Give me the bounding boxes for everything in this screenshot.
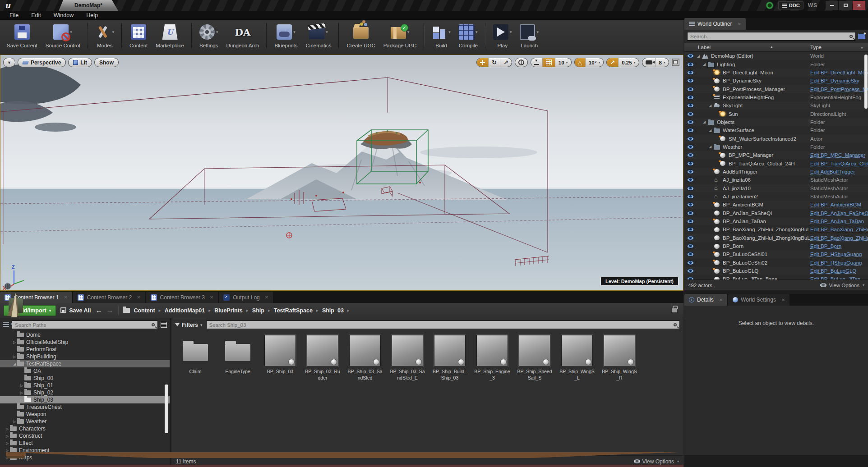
lit-mode-button[interactable]: Lit — [68, 58, 92, 67]
edit-blueprint-link[interactable]: Edit BP_DirectLight_Moon — [810, 70, 868, 75]
visibility-toggle[interactable] — [684, 178, 696, 182]
asset-tile[interactable]: BP_Ship_03 — [262, 335, 299, 381]
expander-icon[interactable]: ▷ — [12, 355, 17, 359]
edit-blueprint-link[interactable]: Edit BP_BaoXiang_ZhiHui — [810, 235, 868, 241]
expander-icon[interactable]: ◢ — [697, 54, 702, 58]
visibility-toggle[interactable] — [684, 277, 696, 279]
camera-speed-value[interactable]: 8▾ — [656, 58, 669, 67]
breadcrumb-item[interactable]: Ship_03 ▸ — [322, 307, 350, 314]
visibility-toggle[interactable] — [684, 78, 696, 83]
expander-icon[interactable]: ◢ — [709, 145, 714, 149]
outliner-search-input[interactable] — [690, 34, 847, 39]
edit-blueprint-link[interactable]: Edit BP_HShuaGuang — [810, 260, 862, 266]
dropdown-caret-icon[interactable]: ▾ — [216, 30, 218, 34]
expander-icon[interactable]: ▷ — [5, 427, 10, 431]
visibility-toggle[interactable] — [684, 244, 696, 248]
outliner-row[interactable]: SM_WaterSurfaceInstanced2 Actor — [684, 134, 868, 142]
breadcrumb-item[interactable]: Content ▸ — [134, 307, 161, 314]
visibility-toggle[interactable] — [684, 62, 696, 67]
expander-icon[interactable]: ▷ — [5, 434, 10, 438]
outliner-row[interactable]: Sun DirectionalLight — [684, 110, 868, 118]
visibility-toggle[interactable] — [684, 211, 696, 215]
content-view-options[interactable]: View Options▾ — [634, 458, 679, 465]
toolbar-button[interactable]: ▾ Save Current — [3, 23, 42, 48]
expander-icon[interactable]: ▷ — [19, 398, 24, 402]
visibility-toggle[interactable] — [684, 227, 696, 232]
content-browser-tab[interactable]: Content Browser 2 ✕ — [73, 292, 145, 303]
visibility-toggle[interactable] — [684, 54, 696, 58]
toolbar-button[interactable]: ▾ Content — [125, 23, 152, 48]
outliner-row[interactable]: BP_BuLuoCeShi02 Edit BP_HShuaGuang — [684, 259, 868, 267]
visibility-toggle[interactable] — [684, 112, 696, 116]
toolbar-button[interactable]: ▾ Launch — [516, 23, 543, 48]
edit-blueprint-link[interactable]: Edit BP_TianQiArea_Globa — [810, 161, 868, 166]
visibility-toggle[interactable] — [684, 95, 696, 100]
outliner-row[interactable]: AJ_jinzita10 StaticMeshActor — [684, 184, 868, 192]
rotate-tool-button[interactable]: ↻ — [488, 58, 500, 67]
visibility-toggle[interactable] — [684, 87, 696, 92]
dropdown-caret-icon[interactable]: ▾ — [536, 30, 539, 34]
edit-blueprint-link[interactable]: Edit BP_BaoXiang_ZhiHui — [810, 227, 868, 232]
close-icon[interactable]: ✕ — [64, 295, 67, 300]
visibility-toggle[interactable] — [684, 236, 696, 240]
scale-snap-button[interactable]: ↗ — [607, 58, 618, 67]
visibility-toggle[interactable] — [684, 269, 696, 273]
close-icon[interactable]: ✕ — [137, 295, 140, 300]
edit-blueprint-link[interactable]: Edit BP_AmbientBGM — [810, 202, 861, 207]
3d-viewport[interactable]: Z X ▼ Perspective Lit Show ↻ — [0, 55, 683, 291]
toolbar-button[interactable]: ▾ Package UGC — [379, 23, 425, 48]
folder-tree-item[interactable]: Weapon — [0, 411, 170, 418]
edit-blueprint-link[interactable]: Edit BP_AnJian_TaBan — [810, 219, 864, 224]
visibility-toggle[interactable] — [684, 103, 696, 108]
outliner-row[interactable]: AddBuffTrigger Edit AddBuffTrigger — [684, 168, 868, 176]
asset-tile[interactable]: BP_Ship_SpeedSail_S — [516, 335, 553, 381]
edit-blueprint-link[interactable]: Edit BP_HShuaGuang — [810, 252, 862, 257]
folder-tree-item[interactable]: ▷ Construct — [0, 432, 170, 440]
toolbar-button[interactable]: ▾ Dungeon Arch — [222, 23, 267, 48]
expander-icon[interactable]: ◢ — [709, 104, 714, 108]
asset-tile[interactable]: Claim — [177, 335, 214, 381]
outliner-row[interactable]: BP_MPC_Manager Edit BP_MPC_Manager — [684, 151, 868, 159]
toolbar-button[interactable]: ▾ Play — [489, 23, 516, 48]
visibility-toggle[interactable] — [684, 161, 696, 166]
viewport-options-button[interactable]: ▼ — [3, 58, 15, 67]
folder-tree-item[interactable]: ▷ Ship_03 — [0, 396, 170, 403]
show-button[interactable]: Show — [94, 58, 119, 67]
folder-tree-item[interactable]: TreasureChest — [0, 403, 170, 411]
folder-tree-item[interactable]: PerformBoat — [0, 346, 170, 353]
sources-toggle-icon[interactable] — [3, 322, 9, 327]
search-paths-field[interactable] — [12, 320, 158, 329]
folder-tree-item[interactable]: Dome — [0, 331, 170, 339]
visibility-toggle[interactable] — [684, 70, 696, 75]
outliner-search-field[interactable] — [687, 32, 856, 41]
ddc-button[interactable]: DDC — [778, 1, 803, 9]
expander-icon[interactable]: ▷ — [19, 384, 24, 388]
outliner-row[interactable]: ◢ Lighting Folder — [684, 60, 868, 68]
toolbar-button[interactable]: ▾ Settings — [195, 23, 222, 48]
edit-blueprint-link[interactable]: Edit BP_MPC_Manager — [810, 152, 865, 158]
close-icon[interactable]: ✕ — [737, 22, 741, 27]
visibility-toggle[interactable] — [684, 261, 696, 265]
edit-blueprint-link[interactable]: Edit BP_AnJian_FaSheQI — [810, 211, 868, 216]
visibility-toggle[interactable] — [684, 252, 696, 256]
close-button[interactable]: ✕ — [853, 1, 865, 10]
folder-tree-item[interactable]: ◢ TestRaftSpace — [0, 360, 170, 367]
outliner-row[interactable]: BP_TianQiArea_Global_24H Edit BP_TianQiA… — [684, 159, 868, 167]
visibility-toggle[interactable] — [684, 219, 696, 224]
outliner-row[interactable]: BP_BuLuo_JiTan_Base Edit BP_BuLuo_JiTan — [684, 275, 868, 279]
outliner-row[interactable]: ◢ Objects Folder — [684, 118, 868, 126]
outliner-row[interactable]: AJ_jinzitamen2 StaticMeshActor — [684, 192, 868, 201]
close-icon[interactable]: ✕ — [781, 298, 785, 302]
outliner-row[interactable]: ExponentialHeightFog ExponentialHeightFo… — [684, 93, 868, 101]
folder-tree-item[interactable]: ▷ Ship_02 — [0, 389, 170, 396]
visibility-toggle[interactable] — [684, 153, 696, 157]
content-browser-tab[interactable]: Output Log ✕ — [219, 292, 273, 303]
toolbar-button[interactable]: ▾ Cinematics — [302, 23, 339, 48]
outliner-row[interactable]: BP_BaoXiang_ZhiHui_ZhongXingBuL Edit BP_… — [684, 225, 868, 234]
grid-snap-value[interactable]: 10▾ — [555, 58, 571, 67]
outliner-row[interactable]: BP_DynamicSky Edit BP_DynamicSky — [684, 77, 868, 85]
outliner-row[interactable]: BP_Born Edit BP_Born — [684, 242, 868, 250]
asset-tile[interactable]: BP_Ship_Build_Ship_03 — [431, 335, 468, 381]
close-icon[interactable]: ✕ — [210, 295, 213, 300]
toolbar-button[interactable]: ▾ Blueprints — [270, 23, 301, 48]
